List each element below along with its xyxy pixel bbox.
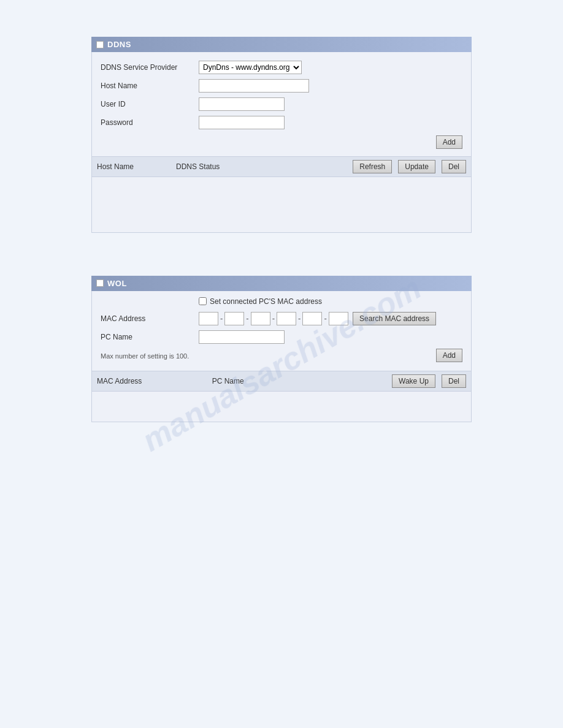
wol-bottom-row: Max number of setting is 100. Add — [101, 346, 462, 365]
ddns-col-host-name: Host Name — [92, 157, 171, 177]
wol-mac-sep-4: - — [298, 314, 301, 323]
wol-table-area: MAC Address PC Name Wake Up Del — [91, 371, 472, 423]
wol-set-connected-row: Set connected PC'S MAC address — [101, 297, 462, 306]
wol-add-button[interactable]: Add — [436, 349, 462, 362]
wol-pc-name-row: PC Name — [101, 328, 462, 346]
ddns-title: DDNS — [107, 40, 131, 49]
ddns-table-area: Host Name DDNS Status Refresh Update Del — [91, 157, 472, 233]
ddns-table-action-header: Refresh Update Del — [262, 157, 471, 177]
ddns-password-input[interactable] — [199, 116, 285, 129]
ddns-section-header: DDNS — [91, 37, 472, 52]
ddns-host-name-label: Host Name — [101, 82, 199, 90]
ddns-del-button[interactable]: Del — [442, 160, 466, 173]
wol-title: WOL — [107, 279, 127, 288]
ddns-col-ddns-status: DDNS Status — [171, 157, 262, 177]
wol-mac-sep-1: - — [220, 314, 223, 323]
wol-mac-octet-6[interactable] — [329, 312, 348, 325]
wol-mac-sep-5: - — [324, 314, 326, 323]
wol-table-action-header: Wake Up Del — [294, 371, 471, 392]
ddns-service-provider-label: DDNS Service Provider — [101, 63, 199, 72]
ddns-password-label: Password — [101, 118, 199, 127]
wol-section-header: WOL — [91, 276, 472, 291]
ddns-empty-row — [92, 177, 471, 183]
wol-search-mac-button[interactable]: Search MAC address — [353, 312, 436, 325]
ddns-host-name-input[interactable] — [199, 79, 309, 93]
wol-mac-address-row: MAC Address - - - - - Search MAC address — [101, 309, 462, 328]
wol-mac-inputs: - - - - - Search MAC address — [199, 312, 436, 325]
ddns-user-id-input[interactable] — [199, 97, 285, 111]
wol-table: MAC Address PC Name Wake Up Del — [92, 371, 471, 422]
wol-pc-name-input[interactable] — [199, 330, 285, 344]
ddns-table-header-row: Host Name DDNS Status Refresh Update Del — [92, 157, 471, 177]
wol-mac-octet-3[interactable] — [251, 312, 270, 325]
ddns-user-id-row: User ID — [101, 95, 462, 113]
wol-set-connected-label: Set connected PC'S MAC address — [210, 297, 322, 306]
wol-col-pc-name: PC Name — [207, 371, 295, 392]
wol-section: WOL Set connected PC'S MAC address MAC A… — [91, 276, 472, 423]
wol-mac-octet-5[interactable] — [302, 312, 322, 325]
ddns-password-row: Password — [101, 113, 462, 132]
ddns-update-button[interactable]: Update — [398, 160, 435, 173]
wol-pc-name-label: PC Name — [101, 333, 199, 341]
ddns-service-provider-select[interactable]: DynDns - www.dyndns.org — [199, 61, 302, 74]
wol-mac-address-label: MAC Address — [101, 314, 199, 323]
ddns-service-provider-row: DDNS Service Provider DynDns - www.dyndn… — [101, 58, 462, 77]
wol-mac-octet-4[interactable] — [277, 312, 296, 325]
wol-set-connected-checkbox[interactable] — [199, 297, 207, 305]
wol-empty-row-2 — [92, 397, 471, 422]
ddns-form-area: DDNS Service Provider DynDns - www.dyndn… — [91, 52, 472, 157]
wol-mac-octet-1[interactable] — [199, 312, 218, 325]
wol-table-body — [92, 391, 471, 422]
wol-table-header-row: MAC Address PC Name Wake Up Del — [92, 371, 471, 392]
wol-mac-sep-2: - — [246, 314, 248, 323]
wol-header-checkbox[interactable] — [96, 279, 104, 287]
ddns-host-name-row: Host Name — [101, 77, 462, 95]
ddns-refresh-button[interactable]: Refresh — [353, 160, 392, 173]
ddns-table: Host Name DDNS Status Refresh Update Del — [92, 157, 471, 232]
wol-empty-row — [92, 391, 471, 397]
wol-max-number-text: Max number of setting is 100. — [101, 350, 189, 361]
ddns-add-btn-row: Add — [101, 132, 462, 150]
wol-form-area: Set connected PC'S MAC address MAC Addre… — [91, 291, 472, 371]
wol-del-button[interactable]: Del — [442, 374, 466, 388]
ddns-add-button[interactable]: Add — [436, 135, 462, 149]
wol-wake-up-button[interactable]: Wake Up — [392, 374, 435, 388]
wol-col-mac-address: MAC Address — [92, 371, 207, 392]
wol-mac-sep-3: - — [272, 314, 275, 323]
ddns-table-body — [92, 177, 471, 232]
wol-mac-octet-2[interactable] — [224, 312, 244, 325]
ddns-user-id-label: User ID — [101, 100, 199, 108]
ddns-section: DDNS DDNS Service Provider DynDns - www.… — [91, 37, 472, 233]
ddns-header-checkbox[interactable] — [96, 41, 104, 48]
ddns-empty-row-2 — [92, 183, 471, 232]
